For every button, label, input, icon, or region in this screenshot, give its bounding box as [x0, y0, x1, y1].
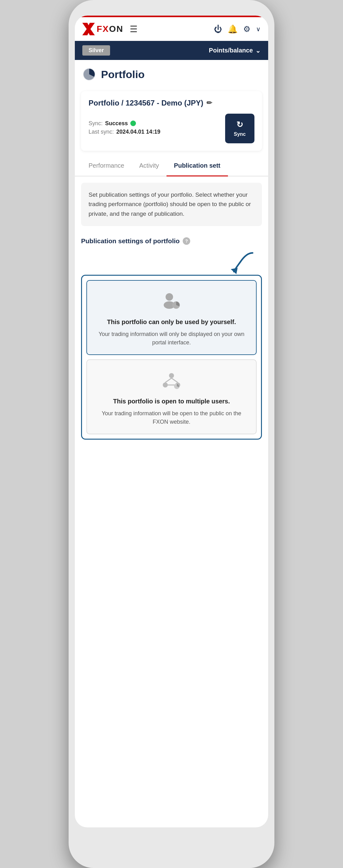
header: FXON ☰ ⏻ 🔔 ⚙ ∨	[75, 17, 268, 41]
tabs: Performance Activity Publication sett	[75, 156, 268, 177]
description-text: Set publication settings of your portfol…	[89, 191, 251, 217]
logo-area: FXON ☰	[82, 23, 138, 35]
option-private-desc: Your trading information will only be di…	[95, 330, 248, 347]
tab-activity[interactable]: Activity	[132, 156, 167, 177]
description-box: Set publication settings of your portfol…	[81, 183, 262, 226]
power-icon[interactable]: ⏻	[214, 24, 222, 34]
option-public[interactable]: This portfolio is open to multiple users…	[87, 360, 256, 434]
tab-performance[interactable]: Performance	[81, 156, 132, 177]
chevron-down-icon[interactable]: ∨	[256, 25, 261, 33]
gear-icon[interactable]: ⚙	[243, 24, 250, 34]
svg-point-7	[169, 373, 174, 378]
logo-x-icon	[82, 23, 95, 35]
edit-icon[interactable]: ✏	[206, 99, 212, 107]
last-sync-line: Last sync: 2024.04.01 14:19	[89, 129, 220, 135]
success-dot-icon	[130, 121, 136, 126]
card-title-text: Portfolio / 1234567 - Demo (JPY)	[89, 99, 203, 107]
points-balance-chevron: ⌄	[255, 47, 261, 54]
portfolio-card: Portfolio / 1234567 - Demo (JPY) ✏ Sync:…	[81, 91, 262, 151]
page-title-area: Portfolio	[75, 60, 268, 86]
page-title: Portfolio	[101, 68, 145, 81]
sync-info: Sync: Success Last sync: 2024.04.01 14:1…	[89, 120, 220, 137]
option-public-desc: Your trading information will be open to…	[95, 409, 248, 426]
private-icon	[95, 290, 248, 312]
last-sync-label: Last sync:	[89, 129, 114, 135]
sync-button[interactable]: ↻ Sync	[225, 114, 254, 143]
publication-heading-text: Publication settings of portfolio	[81, 237, 180, 245]
logo[interactable]: FXON	[82, 23, 124, 35]
svg-line-11	[172, 378, 178, 382]
option-private-title: This portfolio can only be used by yours…	[95, 317, 248, 326]
sync-row: Sync: Success Last sync: 2024.04.01 14:1…	[89, 114, 254, 143]
tab-publication-settings[interactable]: Publication sett	[167, 156, 228, 177]
header-icons: ⏻ 🔔 ⚙ ∨	[214, 24, 261, 34]
option-private[interactable]: This portfolio can only be used by yours…	[87, 280, 256, 355]
svg-marker-1	[82, 23, 95, 35]
bell-icon[interactable]: 🔔	[228, 24, 238, 34]
portfolio-pie-icon	[82, 67, 96, 81]
option-public-title: This portfolio is open to multiple users…	[95, 397, 248, 406]
public-icon	[95, 369, 248, 391]
card-title: Portfolio / 1234567 - Demo (JPY) ✏	[89, 99, 254, 107]
svg-marker-3	[231, 268, 238, 274]
help-icon[interactable]: ?	[183, 237, 190, 245]
sync-status-line: Sync: Success	[89, 120, 220, 127]
points-balance-label: Points/balance	[209, 47, 253, 54]
points-balance-button[interactable]: Points/balance ⌄	[209, 47, 261, 54]
sync-label: Sync:	[89, 120, 103, 127]
sync-value: Success	[105, 120, 128, 127]
svg-point-4	[166, 293, 173, 301]
publication-section-heading: Publication settings of portfolio ?	[75, 232, 268, 250]
status-bar: Silver Points/balance ⌄	[75, 41, 268, 60]
hamburger-menu[interactable]: ☰	[130, 24, 138, 34]
last-sync-value: 2024.04.01 14:19	[116, 129, 160, 135]
phone-notch	[140, 0, 203, 9]
logo-text: FXON	[97, 24, 124, 34]
tier-badge: Silver	[82, 45, 110, 56]
options-container: This portfolio can only be used by yours…	[81, 275, 262, 440]
sync-button-label: Sync	[234, 131, 246, 137]
svg-line-10	[165, 378, 172, 382]
sync-refresh-icon: ↻	[236, 120, 243, 130]
arrow-container	[75, 250, 268, 275]
arrow-icon	[218, 250, 256, 275]
